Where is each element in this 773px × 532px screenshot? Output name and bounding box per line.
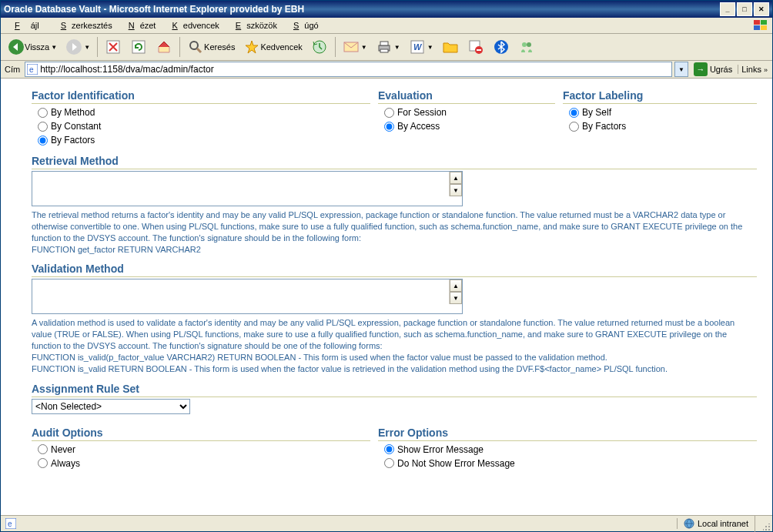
star-icon <box>243 38 260 55</box>
svg-text:W: W <box>413 42 423 52</box>
windows-flag-icon <box>752 19 769 32</box>
radio-audit-always[interactable]: Always <box>32 457 370 470</box>
svg-line-9 <box>197 49 201 52</box>
menu-tools[interactable]: Eszközök <box>225 19 283 32</box>
radio-show-error[interactable]: Show Error Message <box>378 443 757 457</box>
page-content: Factor Identification By Method By Const… <box>1 79 772 515</box>
svg-point-31 <box>768 524 770 524</box>
folder-icon <box>442 38 459 55</box>
validation-help-text: A validation method is used to validate … <box>32 317 757 374</box>
resize-grip-icon[interactable] <box>763 524 771 531</box>
edit-button[interactable]: W▼ <box>405 36 437 58</box>
svg-point-8 <box>190 42 198 49</box>
radio-for-session[interactable]: For Session <box>378 105 555 119</box>
stop-button[interactable] <box>101 36 125 58</box>
links-toolbar[interactable]: Links » <box>738 65 771 74</box>
page-favicon: e <box>27 64 38 75</box>
heading-factor-labeling: Factor Labeling <box>563 89 757 104</box>
print-button[interactable]: ▼ <box>372 36 404 58</box>
popup-icon <box>467 38 484 55</box>
address-input[interactable]: e http://localhost:1158/dva/mac/admin/fa… <box>25 62 672 77</box>
minimize-button[interactable]: _ <box>720 2 735 16</box>
validation-method-textarea[interactable] <box>32 279 449 313</box>
popup-blocker-button[interactable] <box>463 36 488 58</box>
assignment-rule-set-select[interactable]: <Non Selected> <box>32 399 190 414</box>
search-button[interactable]: Keresés <box>183 36 239 58</box>
address-label: Cím <box>2 65 22 74</box>
svg-text:e: e <box>8 520 12 528</box>
menu-help[interactable]: Súgó <box>283 19 324 32</box>
bluetooth-button[interactable] <box>489 36 514 58</box>
svg-point-28 <box>768 529 770 530</box>
radio-by-method[interactable]: By Method <box>32 105 370 119</box>
menu-favorites[interactable]: Kedvencek <box>161 19 224 32</box>
heading-assignment-rule-set: Assignment Rule Set <box>32 383 757 397</box>
word-icon: W <box>409 38 426 55</box>
radio-hide-error[interactable]: Do Not Show Error Message <box>378 457 757 470</box>
heading-factor-identification: Factor Identification <box>32 89 370 104</box>
menu-view[interactable]: Nézet <box>118 19 162 32</box>
svg-rect-19 <box>477 49 481 51</box>
window-titlebar: Oracle Database Vault - Microsoft Intern… <box>1 1 772 18</box>
svg-rect-14 <box>380 49 388 52</box>
svg-text:e: e <box>29 65 34 74</box>
svg-point-29 <box>768 526 770 527</box>
heading-validation-method: Validation Method <box>32 263 757 277</box>
messenger-icon <box>518 38 535 55</box>
forward-icon <box>65 38 82 55</box>
messenger-button[interactable] <box>514 36 539 58</box>
svg-rect-1 <box>761 20 767 25</box>
heading-retrieval-method: Retrieval Method <box>32 155 757 169</box>
heading-evaluation: Evaluation <box>378 89 555 104</box>
address-dropdown[interactable]: ▼ <box>674 62 688 77</box>
close-button[interactable]: ✕ <box>754 2 769 16</box>
heading-error-options: Error Options <box>378 427 757 441</box>
search-icon <box>187 38 204 55</box>
radio-by-factors-fl[interactable]: By Factors <box>563 119 757 133</box>
menu-edit[interactable]: Szerkesztés <box>50 19 118 32</box>
svg-rect-2 <box>754 25 760 30</box>
window-title: Oracle Database Vault - Microsoft Intern… <box>4 4 304 15</box>
status-bar: e Local intranet <box>1 515 772 531</box>
radio-by-self[interactable]: By Self <box>563 105 757 119</box>
textarea-scrollbar[interactable]: ▲▼ <box>449 279 462 304</box>
forward-button[interactable]: ▼ <box>62 36 94 58</box>
address-bar: Cím e http://localhost:1158/dva/mac/admi… <box>1 61 772 79</box>
go-icon: → <box>694 62 708 76</box>
retrieval-method-textarea[interactable] <box>32 172 449 206</box>
svg-point-33 <box>763 529 764 530</box>
home-icon <box>156 38 172 55</box>
back-button[interactable]: Vissza▼ <box>4 36 61 58</box>
mail-button[interactable]: ▼ <box>339 36 371 58</box>
textarea-scrollbar[interactable]: ▲▼ <box>449 172 462 196</box>
status-security-zone: Local intranet <box>677 518 755 529</box>
retrieval-help-text: The retrieval method returns a factor's … <box>32 209 757 255</box>
favorites-button[interactable]: Kedvencek <box>239 36 306 58</box>
print-icon <box>376 38 393 55</box>
intranet-icon <box>684 518 694 529</box>
svg-point-21 <box>522 42 527 47</box>
history-icon <box>311 38 328 55</box>
svg-rect-13 <box>380 42 388 45</box>
history-button[interactable] <box>307 36 332 58</box>
radio-audit-never[interactable]: Never <box>32 443 370 457</box>
radio-by-constant[interactable]: By Constant <box>32 119 370 133</box>
back-icon <box>8 38 25 55</box>
go-button[interactable]: →Ugrás <box>691 62 735 76</box>
refresh-icon <box>130 38 147 55</box>
svg-rect-0 <box>754 20 760 25</box>
bluetooth-icon <box>493 38 510 55</box>
stop-icon <box>105 38 122 55</box>
toolbar: Vissza▼ ▼ Keresés Kedvencek ▼ ▼ W▼ <box>1 34 772 61</box>
discuss-button[interactable] <box>438 36 463 58</box>
svg-point-32 <box>765 526 767 527</box>
radio-by-access[interactable]: By Access <box>378 119 555 133</box>
home-button[interactable] <box>152 36 176 58</box>
svg-rect-3 <box>761 25 767 30</box>
refresh-button[interactable] <box>126 36 151 58</box>
maximize-button[interactable]: □ <box>737 2 752 16</box>
menu-file[interactable]: Fájl <box>4 19 50 32</box>
radio-by-factors-fi[interactable]: By Factors <box>32 133 370 147</box>
heading-audit-options: Audit Options <box>32 427 370 441</box>
menu-bar: Fájl Szerkesztés Nézet Kedvencek Eszközö… <box>1 18 772 34</box>
